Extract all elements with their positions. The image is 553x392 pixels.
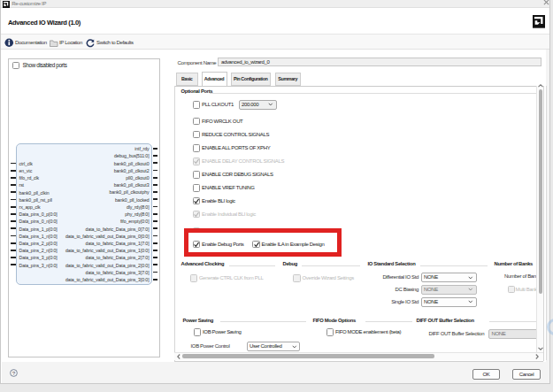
- svg-text:?: ?: [12, 369, 15, 375]
